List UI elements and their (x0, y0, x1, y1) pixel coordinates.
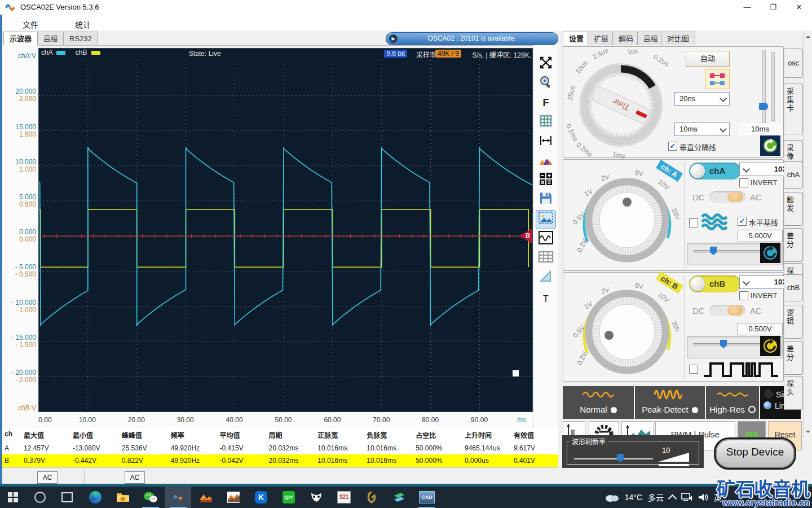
horizontal-cursor-icon[interactable] (536, 133, 555, 151)
cortana-icon[interactable] (27, 487, 53, 508)
chA-coupling-indicator[interactable]: AC (37, 471, 58, 484)
stop-device-button[interactable]: Stop Device (714, 437, 796, 470)
zoom-icon[interactable] (536, 75, 555, 93)
channelA-invert-checkbox[interactable] (739, 178, 748, 187)
menu-statistics[interactable]: 统计 (70, 17, 95, 31)
scroll-up-icon[interactable] (806, 33, 810, 38)
mpc-321-icon[interactable]: 321 (331, 487, 357, 508)
acq-mode-high-res[interactable]: High-Res (706, 386, 759, 419)
gold-app-icon[interactable] (359, 487, 385, 508)
channelA-reset-button[interactable] (760, 243, 780, 263)
channelA-wavemode-checkbox[interactable] (689, 218, 698, 227)
acq-mode-normal[interactable]: Normal (563, 386, 634, 419)
timebase-select[interactable]: 10ms (674, 122, 730, 136)
panel-scrollbar[interactable] (803, 31, 812, 437)
k-app-icon[interactable]: K (248, 487, 274, 508)
channelA-coupling-toggle[interactable] (709, 191, 745, 203)
photos-app-icon[interactable] (193, 487, 219, 508)
measure-ruler-icon[interactable] (536, 269, 555, 287)
auto-setup-button[interactable]: 自动 (686, 51, 730, 67)
menu-file[interactable]: 文件 (18, 17, 43, 31)
side-tab-chb-探头[interactable]: 探头 (784, 376, 803, 410)
acq-mode-peak-detect[interactable]: Peak-Detect (635, 386, 705, 419)
channelA-enable-toggle[interactable]: chA (689, 163, 741, 179)
channelB-pulsemode-checkbox[interactable] (689, 365, 698, 374)
file-explorer-icon[interactable] (110, 487, 136, 508)
channelA-baseline-checkbox[interactable]: ✓ (738, 217, 747, 226)
channelB-offset-slider[interactable] (693, 343, 765, 346)
wechat-icon[interactable] (138, 487, 164, 508)
spectrum-icon[interactable] (536, 152, 555, 170)
table-row[interactable]: B0.379V-0.442V0.822V49.920Hz-0.042V20.03… (0, 454, 558, 467)
channelA-offset-thumb[interactable] (710, 247, 717, 255)
plot-resize-handle[interactable] (513, 370, 519, 376)
close-button[interactable]: ✕ (786, 0, 812, 15)
tab-compare[interactable]: 对比图 (661, 32, 695, 45)
tray-temperature[interactable]: 14°C (625, 493, 642, 502)
scroll-down-icon[interactable] (806, 431, 810, 435)
device-status-banner[interactable]: ▶ OSCA02 : 20101 is available. (386, 32, 558, 45)
channelB-offset-thumb[interactable] (720, 340, 727, 348)
maximize-button[interactable]: ❐ (760, 0, 786, 15)
fullscreen-icon[interactable] (536, 55, 555, 73)
network-icon[interactable] (681, 493, 692, 502)
s-app-icon[interactable] (386, 487, 412, 508)
tray-weather[interactable]: 多云 (648, 492, 664, 503)
timebase-slider-thumb[interactable] (759, 103, 768, 110)
refresh-rate-thumb[interactable] (617, 454, 624, 462)
foobar-icon[interactable] (303, 487, 329, 508)
side-tab-chb-差分[interactable]: 差分 (784, 341, 803, 375)
channelA-offset-slider[interactable] (693, 250, 765, 253)
data-table-icon[interactable] (536, 249, 555, 268)
chart-app-icon[interactable] (220, 487, 246, 508)
minimize-button[interactable]: — (734, 0, 760, 15)
volume-icon[interactable] (698, 493, 708, 502)
side-tab-chb-chB[interactable]: chB (784, 274, 803, 301)
tray-language[interactable]: 英 (714, 492, 722, 503)
channelB-invert-checkbox[interactable] (739, 291, 748, 300)
side-tab-cha-chA[interactable]: chA (784, 161, 803, 189)
timebase-reset-button[interactable] (760, 135, 780, 156)
channelB-reset-button[interactable] (760, 336, 780, 356)
tray-expand-icon[interactable] (668, 494, 677, 503)
tab-settings[interactable]: 设置 (563, 32, 590, 46)
screenshot-icon[interactable] (536, 211, 555, 229)
text-annotation-icon[interactable]: T (536, 291, 555, 309)
channelB-enable-toggle[interactable]: chB (689, 275, 741, 292)
chB-coupling-indicator[interactable]: AC (125, 471, 145, 484)
timebase-slider-track[interactable] (762, 50, 766, 123)
osca-app-icon[interactable] (165, 487, 191, 508)
side-tab-time-osc[interactable]: osc (784, 49, 803, 78)
task-view-icon[interactable] (54, 487, 80, 508)
vertical-gridline-checkbox[interactable]: ✓ (668, 142, 677, 151)
side-tab-cha-触发[interactable]: 触发 (784, 192, 803, 226)
side-tab-time-采集卡[interactable]: 采集卡 (784, 84, 803, 134)
grid-settings-icon[interactable] (536, 113, 555, 132)
tab-advanced-right[interactable]: 高级 (637, 32, 664, 45)
math-operations-icon[interactable] (536, 172, 555, 190)
iqiyi-icon[interactable]: QIY (276, 487, 302, 508)
scope-plot[interactable]: chA chB State: Live 9.6 bit 采样率 49K / 9 … (38, 48, 533, 412)
channelB-offset-value[interactable]: 0.500V (738, 323, 783, 335)
dual-channel-layout-button[interactable] (705, 69, 730, 89)
reference-wave-icon[interactable] (536, 230, 555, 248)
tab-extend[interactable]: 扩展 (588, 32, 615, 45)
channelA-offset-value[interactable]: 5.000V (738, 230, 783, 242)
tab-rs232[interactable]: RS232 (63, 32, 98, 45)
tab-decode[interactable]: 解码 (612, 32, 639, 45)
fft-icon[interactable]: F (536, 94, 555, 112)
tab-oscilloscope[interactable]: 示波器 (3, 32, 38, 46)
side-tab-cha-差分[interactable]: 差分 (784, 228, 803, 262)
cad-app-icon[interactable]: CAD (414, 487, 440, 508)
side-tab-chb-逻辑[interactable]: 逻辑 (784, 305, 803, 339)
trigger-marker-b[interactable]: B (511, 229, 532, 243)
channelB-coupling-toggle[interactable] (709, 305, 745, 316)
save-icon[interactable] (536, 191, 555, 209)
start-button[interactable] (0, 487, 26, 508)
timebase-knob[interactable]: Time (577, 61, 665, 149)
interpolation-select[interactable]: 20ns (674, 92, 730, 106)
edge-icon[interactable] (82, 487, 108, 508)
tab-advanced[interactable]: 高级 (37, 32, 64, 45)
timebase-slider-track-2[interactable] (771, 52, 775, 121)
refresh-rate-slider[interactable] (574, 458, 653, 459)
